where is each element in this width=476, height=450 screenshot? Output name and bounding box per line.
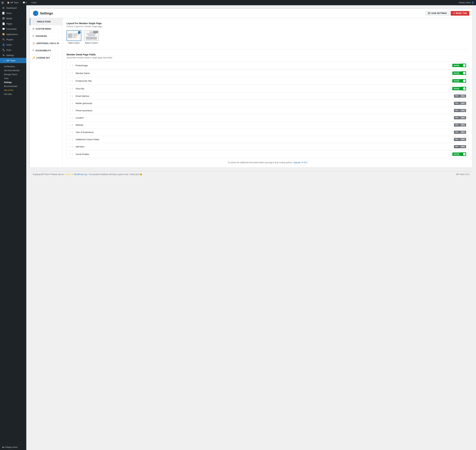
layout-options: ✓ Right Content — [66, 30, 469, 44]
sidebar-sub-settings[interactable]: Settings — [0, 80, 26, 84]
selected-checkmark: ✓ — [78, 31, 81, 34]
drag-handle-short-bio[interactable]: ⋮⋮ — [69, 87, 74, 90]
sidebar-sub-recommended[interactable]: Recommended — [0, 84, 26, 88]
drag-handle-member-name[interactable]: ⋮⋮ — [69, 72, 74, 74]
toggle-short-bio[interactable]: SHOW — [452, 87, 466, 90]
admin-bar-new[interactable]: + New — [30, 1, 37, 4]
drag-handle-email[interactable]: ⋮⋮ — [69, 95, 74, 97]
drag-handle-phone[interactable]: ⋮⋮ — [69, 109, 74, 112]
field-label-email: Email Address — [76, 95, 452, 97]
admin-bar-site-name[interactable]: 🏠 WP Team — [6, 1, 19, 4]
upgrade-to-pro-link[interactable]: Upgrade To Pro! — [293, 161, 308, 164]
sidebar-sub-add-new-member[interactable]: Add New Member — [0, 69, 26, 72]
field-label-mobile: Mobile (personal) — [76, 102, 452, 105]
single-page-tab-icon: 📄 — [33, 20, 36, 23]
pro-badge: PRO — [93, 31, 98, 33]
admin-bar-user[interactable]: Howdy, Hares 👤 — [458, 1, 475, 4]
toggle-member-name[interactable]: SHOW — [452, 71, 466, 75]
thumb-avatar-center — [89, 32, 93, 33]
css-js-tab-icon: 📋 — [32, 42, 35, 45]
toggle-photo-image[interactable]: SHOW — [452, 64, 466, 67]
comments-icon: 💬 — [2, 28, 5, 30]
wordpress-org-link[interactable]: WordPress.org — [74, 173, 87, 176]
fields-section-title: Member Detail Page Fields — [66, 53, 469, 56]
settings-icon: ⚙ — [2, 54, 5, 57]
layout-section-desc: Choose a layout for member single page. — [66, 25, 469, 28]
save-settings-button[interactable]: 💾 SAVE SETTINGS — [425, 11, 449, 16]
tab-accessibility[interactable]: ⠿ ACCESSIBILITY — [30, 47, 62, 54]
drag-handle-location[interactable]: ⋮⋮ — [69, 117, 74, 119]
tab-license-key[interactable]: 🔑 LICENSE KEY — [30, 54, 62, 61]
page-footer: Enjoying WP Team? Please rate us ★★★★★ W… — [30, 171, 473, 178]
settings-content-area: Layout For Member Single Page Choose a l… — [63, 18, 473, 168]
sidebar-item-tools[interactable]: 🔧 Tools — [0, 47, 26, 53]
field-label-location: Location — [76, 117, 452, 119]
field-label-website: Website — [76, 124, 452, 126]
drag-handle-website[interactable]: ⋮⋮ — [69, 124, 74, 126]
reset-tab-button[interactable]: ↺ RESET TAB — [451, 11, 469, 16]
field-row-social-profiles: ⋮⋮ Social Profiles SHOW — [66, 150, 469, 158]
wp-team-icon: 👥 — [2, 59, 5, 62]
drag-handle-year-experience[interactable]: ⋮⋮ — [69, 131, 74, 134]
section-divider — [66, 49, 469, 49]
fields-section-desc: Show/Hide member detail or single page m… — [66, 57, 469, 59]
sidebar-item-plugins[interactable]: 🔌 Plugins — [0, 37, 26, 42]
fields-list: ⋮⋮ Photo/Image SHOW ⋮⋮ Member Name — [66, 61, 469, 158]
field-label-phone: Phone (business) — [76, 109, 452, 112]
drag-handle-mobile[interactable]: ⋮⋮ — [69, 102, 74, 105]
drag-handle-photo-image[interactable]: ⋮⋮ — [69, 64, 74, 67]
appearance-icon: 🎨 — [2, 33, 5, 36]
sidebar-item-comments[interactable]: 💬 Comments — [0, 26, 26, 32]
layout-option-right-content[interactable]: ✓ Right Content — [66, 30, 81, 44]
collapse-menu-button[interactable]: ◀ Collapse menu — [0, 444, 26, 450]
sidebar-sub-tools[interactable]: Tools — [0, 77, 26, 80]
accessibility-tab-icon: ⠿ — [32, 49, 34, 52]
field-label-short-bio: Short Bio — [76, 88, 450, 90]
sidebar-item-appearance[interactable]: 🎨 Appearance — [0, 32, 26, 37]
layout-option-bottom-content[interactable]: PRO Bottom Conten — [84, 30, 99, 44]
drag-handle-position[interactable]: ⋮⋮ — [69, 80, 74, 82]
pro-hide-mobile: PRO HIDE — [454, 102, 466, 105]
tab-custom-menu[interactable]: ☰ CUSTOM MENU — [30, 25, 62, 33]
sidebar-item-dashboard[interactable]: ⊞ Dashboard — [0, 5, 26, 11]
tab-additional-css-js[interactable]: 📋 ADDITIONAL CSS & JS — [30, 40, 62, 47]
field-row-email: ⋮⋮ Email Address PRO HIDE — [66, 92, 469, 100]
settings-tabs: 📄 SINGLE PAGE ☰ CUSTOM MENU ✏ ADVANCED 📋… — [30, 18, 63, 168]
admin-bar-comments[interactable]: 💬 0 — [22, 1, 28, 4]
settings-container: 📄 SINGLE PAGE ☰ CUSTOM MENU ✏ ADVANCED 📋… — [30, 18, 473, 168]
sidebar-sub-lite-vs-pro[interactable]: Lite vs Pro — [0, 88, 26, 92]
sidebar-item-users[interactable]: 👤 Users — [0, 42, 26, 47]
toggle-social-profiles[interactable]: SHOW — [452, 152, 466, 156]
users-icon: 👤 — [2, 43, 5, 46]
main-content: 👥 Settings 💾 SAVE SETTINGS ↺ RESET TAB — [26, 5, 476, 450]
footer-stars: ★★★★★ — [64, 173, 73, 176]
field-row-photo-image: ⋮⋮ Photo/Image SHOW — [66, 61, 469, 69]
toggle-position[interactable]: SHOW — [452, 79, 466, 83]
pro-hide-phone: PRO HIDE — [454, 109, 466, 112]
field-row-website: ⋮⋮ Website PRO HIDE — [66, 121, 469, 129]
sidebar-item-posts[interactable]: 📝 Posts — [0, 11, 26, 16]
sidebar-item-media[interactable]: 🖼 Media — [0, 16, 26, 21]
thumb-lines-bottom — [85, 33, 97, 40]
collapse-icon: ◀ — [2, 446, 3, 448]
sidebar-menu: ⊞ Dashboard 📝 Posts 🖼 Media 📄 Pages — [0, 5, 26, 63]
sidebar-sub-get-help[interactable]: Get Help — [0, 92, 26, 96]
sidebar-sub-manage-teams[interactable]: Manage Teams — [0, 72, 26, 77]
page-title: Settings — [40, 12, 53, 15]
sidebar-sub-menu: All Members Add New Member Manage Teams … — [0, 64, 26, 96]
advanced-tab-icon: ✏ — [32, 35, 34, 37]
sidebar-item-wp-team[interactable]: 👥 WP Team — [0, 58, 26, 63]
layout-section-title: Layout For Member Single Page — [66, 22, 469, 25]
sidebar-sub-all-members[interactable]: All Members — [0, 65, 26, 69]
sidebar-item-pages[interactable]: 📄 Pages — [0, 21, 26, 26]
pro-hide-website: PRO HIDE — [454, 124, 466, 127]
tab-advanced[interactable]: ✏ ADVANCED — [30, 33, 62, 40]
field-label-custom-fields: Additional Custom Fields — [76, 138, 452, 141]
drag-handle-skill-bars[interactable]: ⋮⋮ — [69, 145, 74, 148]
page-title-row: 👥 Settings — [33, 11, 53, 16]
tab-single-page[interactable]: 📄 SINGLE PAGE — [30, 18, 62, 25]
sidebar-item-settings[interactable]: ⚙ Settings — [0, 53, 26, 58]
drag-handle-custom-fields[interactable]: ⋮⋮ — [69, 138, 74, 141]
drag-handle-social-profiles[interactable]: ⋮⋮ — [69, 153, 74, 155]
save-icon: 💾 — [428, 12, 430, 14]
